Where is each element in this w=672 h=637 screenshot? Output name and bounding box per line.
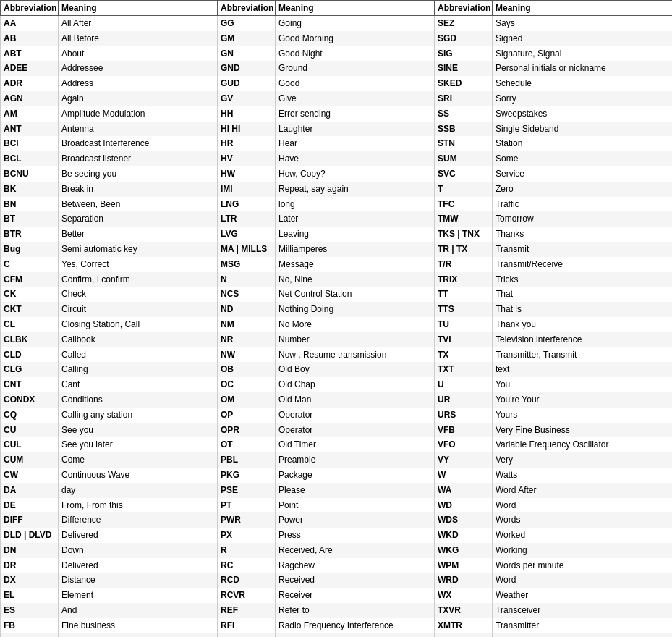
- header-abbr3: Abbreviation: [435, 1, 493, 16]
- cell-meaning: From, From this: [59, 498, 218, 513]
- cell-abbreviation: FER: [1, 633, 59, 637]
- table-row: DIFFDifferencePWRPowerWDSWords: [1, 512, 673, 528]
- cell-meaning: Number: [276, 332, 435, 347]
- cell-abbreviation: SGD: [435, 31, 493, 46]
- cell-abbreviation: C: [1, 257, 59, 272]
- cell-meaning: Received, Are: [276, 543, 435, 558]
- cell-meaning: Yours: [493, 408, 673, 423]
- cell-meaning: Working: [493, 543, 673, 558]
- cell-meaning: Weather: [493, 588, 673, 603]
- cell-abbreviation: GV: [218, 91, 276, 106]
- cell-meaning: See you later: [59, 437, 218, 452]
- table-row: ADEEAddresseeGNDGroundSINEPersonal initi…: [1, 61, 673, 76]
- cell-abbreviation: ABT: [1, 46, 59, 62]
- cell-abbreviation: WD: [435, 498, 493, 513]
- cell-meaning: Signed: [493, 31, 673, 46]
- cell-abbreviation: SINE: [435, 61, 493, 76]
- cell-meaning: Received: [276, 573, 435, 588]
- cell-abbreviation: ANT: [1, 122, 59, 137]
- cell-abbreviation: XTL: [435, 633, 493, 637]
- cell-abbreviation: TT: [435, 287, 493, 302]
- cell-abbreviation: GN: [218, 46, 276, 62]
- cell-abbreviation: OB: [218, 362, 276, 377]
- cell-abbreviation: DN: [1, 543, 59, 558]
- cell-abbreviation: U: [435, 377, 493, 392]
- cell-abbreviation: WDS: [435, 512, 493, 528]
- cell-meaning: Transmit/Receive: [493, 257, 673, 272]
- table-row: AGNAgainGVGiveSRISorry: [1, 91, 673, 106]
- table-row: DLD | DLVDDeliveredPXPressWKDWorked: [1, 528, 673, 543]
- cell-abbreviation: PT: [218, 498, 276, 513]
- cell-abbreviation: CKT: [1, 302, 59, 317]
- table-row: ANTAntennaHI HILaughterSSBSingle Sideban…: [1, 122, 673, 137]
- cell-meaning: Distance: [59, 573, 218, 588]
- cell-meaning: Good Morning: [276, 31, 435, 46]
- cell-meaning: Good: [276, 76, 435, 91]
- table-row: CKTCircuitNDNothing DoingTTSThat is: [1, 302, 673, 317]
- cell-meaning: Yes, Correct: [59, 257, 218, 272]
- cell-meaning: Antenna: [59, 122, 218, 137]
- cell-abbreviation: SS: [435, 106, 493, 122]
- cell-meaning: text: [493, 362, 673, 377]
- cell-abbreviation: URS: [435, 408, 493, 423]
- cell-abbreviation: AA: [1, 16, 59, 31]
- cell-abbreviation: GG: [218, 16, 276, 31]
- cell-abbreviation: W: [435, 468, 493, 483]
- cell-meaning: day: [59, 483, 218, 498]
- table-row: CQCalling any stationOPOperatorURSYours: [1, 408, 673, 423]
- cell-abbreviation: SRI: [435, 91, 493, 106]
- cell-meaning: Continuous Wave: [59, 468, 218, 483]
- cell-abbreviation: TXVR: [435, 603, 493, 618]
- cell-abbreviation: STN: [435, 136, 493, 151]
- cell-abbreviation: SKED: [435, 76, 493, 91]
- cell-abbreviation: T/R: [435, 257, 493, 272]
- cell-abbreviation: MA | MILLS: [218, 242, 276, 257]
- table-row: CLClosing Station, CallNMNo MoreTUThank …: [1, 317, 673, 332]
- cell-meaning: Later: [276, 211, 435, 227]
- cell-abbreviation: VFO: [435, 437, 493, 452]
- table-row: CULSee you laterOTOld TimerVFOVariable F…: [1, 437, 673, 452]
- cell-meaning: Circuit: [59, 302, 218, 317]
- cell-abbreviation: PBL: [218, 452, 276, 468]
- cell-meaning: All After: [59, 16, 218, 31]
- cell-abbreviation: BN: [1, 197, 59, 212]
- abbreviations-table: Abbreviation Meaning Abbreviation Meanin…: [0, 0, 672, 637]
- cell-abbreviation: BCI: [1, 136, 59, 151]
- cell-meaning: And: [59, 603, 218, 618]
- cell-meaning: Word After: [493, 483, 673, 498]
- cell-abbreviation: XMTR: [435, 618, 493, 633]
- table-row: CNTCantOCOld ChapUYou: [1, 377, 673, 392]
- cell-meaning: Ground: [276, 61, 435, 76]
- cell-meaning: Going: [276, 16, 435, 31]
- table-row: CLDCalledNWNow , Resume transmissionTXTr…: [1, 347, 673, 363]
- table-row: BKBreak inIMIRepeat, say againTZero: [1, 182, 673, 197]
- cell-abbreviation: RC: [218, 558, 276, 573]
- cell-meaning: Have: [276, 151, 435, 166]
- cell-meaning: Personal initials or nickname: [493, 61, 673, 76]
- cell-abbreviation: BK: [1, 182, 59, 197]
- cell-meaning: Operator: [276, 408, 435, 423]
- cell-abbreviation: NM: [218, 317, 276, 332]
- table-row: DXDistanceRCDReceivedWRDWord: [1, 573, 673, 588]
- cell-abbreviation: DA: [1, 483, 59, 498]
- cell-abbreviation: CFM: [1, 272, 59, 287]
- cell-meaning: Single Sideband: [493, 122, 673, 137]
- cell-meaning: Old Man: [276, 392, 435, 408]
- cell-meaning: You're Your: [493, 392, 673, 408]
- cell-abbreviation: BT: [1, 211, 59, 227]
- cell-meaning: Package: [276, 468, 435, 483]
- cell-meaning: Laughter: [276, 122, 435, 137]
- cell-abbreviation: GND: [218, 61, 276, 76]
- cell-abbreviation: OM: [218, 392, 276, 408]
- cell-meaning: Transmit: [493, 242, 673, 257]
- cell-meaning: All Before: [59, 31, 218, 46]
- cell-abbreviation: LVG: [218, 227, 276, 242]
- cell-abbreviation: DX: [1, 573, 59, 588]
- cell-meaning: Old Chap: [276, 377, 435, 392]
- cell-abbreviation: R: [218, 543, 276, 558]
- cell-meaning: Element: [59, 588, 218, 603]
- cell-meaning: Schedule: [493, 76, 673, 91]
- cell-abbreviation: TVI: [435, 332, 493, 347]
- cell-meaning: Conditions: [59, 392, 218, 408]
- cell-meaning: Very Fine Business: [493, 423, 673, 438]
